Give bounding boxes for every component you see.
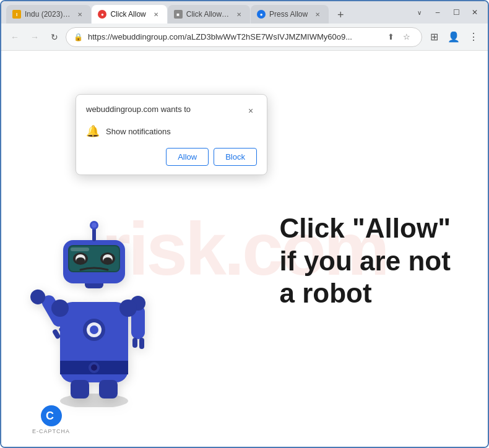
- menu-button[interactable]: ⋮: [464, 28, 483, 46]
- tab-close-click-allow[interactable]: ✕: [151, 9, 161, 19]
- svg-rect-8: [139, 338, 144, 349]
- page-headline: Click "Allow" if you are not a robot: [280, 212, 451, 310]
- tabs-area: I Indu (2023)… ✕ ● Click Allow ✕ ■ Click…: [6, 1, 406, 24]
- maximize-button[interactable]: ☐: [448, 4, 464, 20]
- notification-popup: webuddingroup.com wants to × 🔔 Show noti…: [76, 94, 267, 175]
- lock-icon: 🔒: [74, 33, 83, 41]
- profile-button[interactable]: 👤: [444, 28, 463, 46]
- notification-label: Show notifications: [106, 127, 171, 136]
- tab-press-allow[interactable]: ● Press Allow ✕: [251, 5, 329, 24]
- tab-close-indu[interactable]: ✕: [75, 9, 85, 19]
- back-button[interactable]: ←: [6, 28, 24, 46]
- ecaptcha-text: E-CAPTCHA: [32, 428, 70, 434]
- svg-point-12: [91, 364, 97, 371]
- tab-click-allow-2[interactable]: ■ Click Allow… ✕: [168, 5, 250, 24]
- allow-button[interactable]: Allow: [166, 148, 209, 166]
- url-actions: ⬆ ☆: [383, 30, 414, 45]
- svg-point-28: [103, 257, 112, 264]
- browser-window: I Indu (2023)… ✕ ● Click Allow ✕ ■ Click…: [0, 0, 489, 448]
- bell-icon: 🔔: [86, 124, 100, 138]
- svg-point-0: [60, 394, 128, 407]
- bookmark-icon[interactable]: ☆: [399, 30, 414, 45]
- close-button[interactable]: ✕: [467, 4, 483, 20]
- url-box[interactable]: 🔒 https://webuddingroup.com/aLZD3blwWwT2…: [66, 27, 422, 47]
- svg-point-27: [76, 257, 85, 264]
- svg-rect-33: [99, 380, 118, 398]
- main-page-text: Click "Allow" if you are not a robot: [280, 187, 451, 310]
- svg-rect-29: [92, 228, 96, 241]
- robot-illustration: [26, 197, 162, 410]
- svg-rect-22: [71, 248, 89, 251]
- tab-favicon-press-allow: ●: [257, 10, 266, 19]
- svg-point-31: [92, 223, 97, 228]
- tab-overflow-button[interactable]: ∨: [411, 4, 427, 20]
- popup-buttons: Allow Block: [86, 148, 257, 166]
- tab-favicon-click-allow: ●: [98, 10, 106, 19]
- window-controls: ∨ – ☐ ✕: [411, 4, 483, 20]
- address-bar: ← → ↻ 🔒 https://webuddingroup.com/aLZD3b…: [1, 24, 488, 51]
- tab-label-press-allow: Press Allow: [269, 10, 308, 19]
- extensions-button[interactable]: ⊞: [425, 28, 443, 46]
- tab-label-click-allow: Click Allow: [110, 10, 145, 19]
- svg-rect-32: [71, 380, 89, 398]
- forward-button[interactable]: →: [26, 28, 43, 46]
- svg-point-17: [119, 299, 137, 317]
- reload-button[interactable]: ↻: [46, 28, 63, 46]
- popup-title: webuddingroup.com wants to: [86, 105, 191, 114]
- url-text: https://webuddingroup.com/aLZD3blwWwT2hS…: [88, 32, 378, 41]
- minimize-button[interactable]: –: [430, 4, 446, 20]
- tab-click-allow[interactable]: ● Click Allow ✕: [92, 5, 167, 24]
- tab-favicon-indu: I: [12, 10, 21, 19]
- new-tab-button[interactable]: +: [332, 6, 349, 24]
- tab-close-click-allow-2[interactable]: ✕: [234, 9, 244, 19]
- title-bar: I Indu (2023)… ✕ ● Click Allow ✕ ■ Click…: [1, 1, 488, 24]
- tab-label-click-allow-2: Click Allow…: [186, 10, 229, 19]
- toolbar-right: ⊞ 👤 ⋮: [425, 28, 483, 46]
- svg-rect-7: [132, 338, 137, 348]
- popup-notification-row: 🔔 Show notifications: [86, 124, 257, 138]
- page-content: risk.com: [1, 51, 488, 447]
- svg-point-15: [90, 325, 98, 334]
- block-button[interactable]: Block: [214, 148, 257, 166]
- share-icon[interactable]: ⬆: [383, 30, 398, 45]
- popup-close-button[interactable]: ×: [244, 105, 257, 117]
- tab-label-indu: Indu (2023)…: [25, 10, 70, 19]
- tab-favicon-click-allow-2: ■: [174, 10, 183, 19]
- svg-text:C: C: [46, 410, 54, 422]
- ecaptcha-logo-area: C E-CAPTCHA: [32, 405, 70, 434]
- tab-indu[interactable]: I Indu (2023)… ✕: [6, 5, 91, 24]
- tab-close-press-allow[interactable]: ✕: [313, 9, 322, 19]
- svg-point-16: [51, 299, 69, 317]
- popup-header: webuddingroup.com wants to ×: [86, 105, 257, 117]
